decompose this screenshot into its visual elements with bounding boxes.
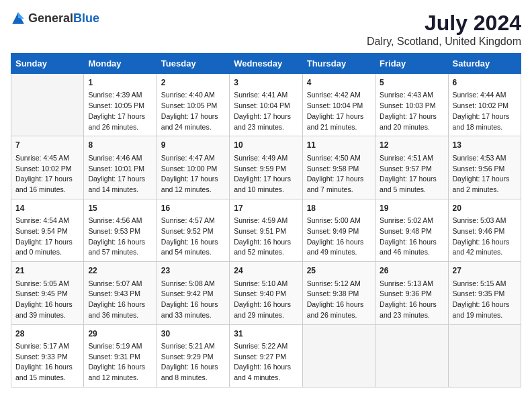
calendar-cell: 23Sunrise: 5:08 AM Sunset: 9:42 PM Dayli… [157, 262, 229, 324]
day-number: 12 [380, 140, 443, 151]
calendar-cell: 11Sunrise: 4:50 AM Sunset: 9:58 PM Dayli… [302, 136, 375, 199]
day-number: 3 [234, 77, 298, 89]
cell-content: Sunrise: 5:10 AM Sunset: 9:40 PM Dayligh… [234, 279, 298, 321]
calendar-cell: 5Sunrise: 4:43 AM Sunset: 10:03 PM Dayli… [375, 74, 448, 136]
day-number: 10 [234, 140, 298, 151]
header-sunday: Sunday [11, 54, 84, 74]
day-number: 24 [234, 265, 298, 277]
day-number: 30 [161, 328, 225, 340]
day-number: 15 [88, 203, 152, 214]
calendar-cell [448, 324, 521, 387]
day-number: 27 [453, 265, 517, 277]
cell-content: Sunrise: 4:44 AM Sunset: 10:02 PM Daylig… [453, 90, 517, 132]
day-number: 14 [15, 203, 79, 214]
cell-content: Sunrise: 4:46 AM Sunset: 10:01 PM Daylig… [88, 153, 152, 195]
day-number: 7 [15, 140, 79, 151]
day-number: 11 [307, 140, 371, 151]
day-number: 20 [453, 203, 517, 214]
calendar-cell: 20Sunrise: 5:03 AM Sunset: 9:46 PM Dayli… [448, 199, 521, 261]
cell-content: Sunrise: 5:12 AM Sunset: 9:38 PM Dayligh… [307, 279, 371, 321]
calendar-cell: 28Sunrise: 5:17 AM Sunset: 9:33 PM Dayli… [11, 324, 84, 387]
calendar-cell: 25Sunrise: 5:12 AM Sunset: 9:38 PM Dayli… [302, 262, 375, 324]
calendar-cell: 19Sunrise: 5:02 AM Sunset: 9:48 PM Dayli… [375, 199, 448, 261]
day-number: 5 [380, 77, 443, 89]
day-number: 31 [234, 328, 298, 340]
cell-content: Sunrise: 5:03 AM Sunset: 9:46 PM Dayligh… [453, 216, 517, 258]
cell-content: Sunrise: 5:21 AM Sunset: 9:29 PM Dayligh… [161, 341, 225, 383]
calendar-cell [302, 324, 375, 387]
week-row-3: 14Sunrise: 4:54 AM Sunset: 9:54 PM Dayli… [11, 199, 521, 261]
calendar-table: SundayMondayTuesdayWednesdayThursdayFrid… [11, 53, 521, 387]
calendar-cell [11, 74, 84, 136]
day-number: 13 [453, 140, 517, 151]
calendar-cell [375, 324, 448, 387]
cell-content: Sunrise: 5:05 AM Sunset: 9:45 PM Dayligh… [15, 279, 79, 321]
calendar-cell: 9Sunrise: 4:47 AM Sunset: 10:00 PM Dayli… [157, 136, 229, 199]
calendar-cell: 30Sunrise: 5:21 AM Sunset: 9:29 PM Dayli… [157, 324, 229, 387]
calendar-cell: 22Sunrise: 5:07 AM Sunset: 9:43 PM Dayli… [84, 262, 157, 324]
cell-content: Sunrise: 4:40 AM Sunset: 10:05 PM Daylig… [161, 90, 225, 132]
cell-content: Sunrise: 4:47 AM Sunset: 10:00 PM Daylig… [161, 153, 225, 195]
day-number: 28 [15, 328, 79, 340]
title-block: July 2024 Dalry, Scotland, United Kingdo… [367, 11, 521, 48]
logo-icon [11, 11, 26, 26]
cell-content: Sunrise: 5:22 AM Sunset: 9:27 PM Dayligh… [234, 341, 298, 383]
header-monday: Monday [84, 54, 157, 74]
calendar-cell: 3Sunrise: 4:41 AM Sunset: 10:04 PM Dayli… [230, 74, 302, 136]
cell-content: Sunrise: 5:19 AM Sunset: 9:31 PM Dayligh… [88, 341, 152, 383]
cell-content: Sunrise: 5:00 AM Sunset: 9:49 PM Dayligh… [307, 216, 371, 258]
calendar-cell: 26Sunrise: 5:13 AM Sunset: 9:36 PM Dayli… [375, 262, 448, 324]
day-number: 22 [88, 265, 152, 277]
day-number: 25 [307, 265, 371, 277]
calendar-cell: 24Sunrise: 5:10 AM Sunset: 9:40 PM Dayli… [230, 262, 302, 324]
week-row-4: 21Sunrise: 5:05 AM Sunset: 9:45 PM Dayli… [11, 262, 521, 324]
cell-content: Sunrise: 5:07 AM Sunset: 9:43 PM Dayligh… [88, 279, 152, 321]
week-row-1: 1Sunrise: 4:39 AM Sunset: 10:05 PM Dayli… [11, 74, 521, 136]
cell-content: Sunrise: 5:08 AM Sunset: 9:42 PM Dayligh… [161, 279, 225, 321]
day-number: 19 [380, 203, 443, 214]
calendar-cell: 1Sunrise: 4:39 AM Sunset: 10:05 PM Dayli… [84, 74, 157, 136]
cell-content: Sunrise: 4:54 AM Sunset: 9:54 PM Dayligh… [15, 216, 79, 258]
calendar-cell: 21Sunrise: 5:05 AM Sunset: 9:45 PM Dayli… [11, 262, 84, 324]
day-number: 16 [161, 203, 225, 214]
calendar-cell: 27Sunrise: 5:15 AM Sunset: 9:35 PM Dayli… [448, 262, 521, 324]
day-number: 26 [380, 265, 443, 277]
page-header: GeneralBlue July 2024 Dalry, Scotland, U… [11, 11, 521, 48]
cell-content: Sunrise: 5:02 AM Sunset: 9:48 PM Dayligh… [380, 216, 443, 258]
calendar-cell: 2Sunrise: 4:40 AM Sunset: 10:05 PM Dayli… [157, 74, 229, 136]
cell-content: Sunrise: 5:17 AM Sunset: 9:33 PM Dayligh… [15, 341, 79, 383]
header-thursday: Thursday [302, 54, 375, 74]
cell-content: Sunrise: 4:51 AM Sunset: 9:57 PM Dayligh… [380, 153, 443, 195]
calendar-body: 1Sunrise: 4:39 AM Sunset: 10:05 PM Dayli… [11, 74, 521, 387]
day-number: 6 [453, 77, 517, 89]
calendar-cell: 13Sunrise: 4:53 AM Sunset: 9:56 PM Dayli… [448, 136, 521, 199]
cell-content: Sunrise: 5:15 AM Sunset: 9:35 PM Dayligh… [453, 279, 517, 321]
header-friday: Friday [375, 54, 448, 74]
calendar-cell: 31Sunrise: 5:22 AM Sunset: 9:27 PM Dayli… [230, 324, 302, 387]
day-number: 1 [88, 77, 152, 89]
day-number: 2 [161, 77, 225, 89]
cell-content: Sunrise: 4:43 AM Sunset: 10:03 PM Daylig… [380, 90, 443, 132]
day-number: 21 [15, 265, 79, 277]
cell-content: Sunrise: 4:50 AM Sunset: 9:58 PM Dayligh… [307, 153, 371, 195]
day-number: 9 [161, 140, 225, 151]
calendar-header: SundayMondayTuesdayWednesdayThursdayFrid… [11, 54, 521, 74]
calendar-cell: 10Sunrise: 4:49 AM Sunset: 9:59 PM Dayli… [230, 136, 302, 199]
calendar-cell: 15Sunrise: 4:56 AM Sunset: 9:53 PM Dayli… [84, 199, 157, 261]
cell-content: Sunrise: 4:41 AM Sunset: 10:04 PM Daylig… [234, 90, 298, 132]
location-title: Dalry, Scotland, United Kingdom [367, 36, 521, 48]
cell-content: Sunrise: 4:45 AM Sunset: 10:02 PM Daylig… [15, 153, 79, 195]
cell-content: Sunrise: 4:53 AM Sunset: 9:56 PM Dayligh… [453, 153, 517, 195]
header-saturday: Saturday [448, 54, 521, 74]
calendar-cell: 6Sunrise: 4:44 AM Sunset: 10:02 PM Dayli… [448, 74, 521, 136]
day-number: 8 [88, 140, 152, 151]
calendar-cell: 14Sunrise: 4:54 AM Sunset: 9:54 PM Dayli… [11, 199, 84, 261]
logo-general: General [28, 11, 73, 25]
calendar-cell: 12Sunrise: 4:51 AM Sunset: 9:57 PM Dayli… [375, 136, 448, 199]
week-row-5: 28Sunrise: 5:17 AM Sunset: 9:33 PM Dayli… [11, 324, 521, 387]
cell-content: Sunrise: 4:49 AM Sunset: 9:59 PM Dayligh… [234, 153, 298, 195]
svg-marker-1 [18, 12, 24, 19]
header-row: SundayMondayTuesdayWednesdayThursdayFrid… [11, 54, 521, 74]
week-row-2: 7Sunrise: 4:45 AM Sunset: 10:02 PM Dayli… [11, 136, 521, 199]
header-wednesday: Wednesday [230, 54, 302, 74]
